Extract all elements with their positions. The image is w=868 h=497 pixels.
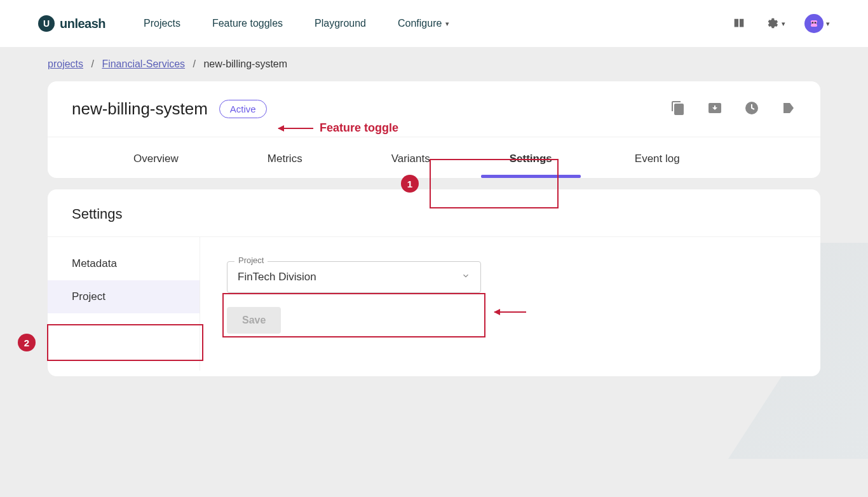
breadcrumb-project[interactable]: Financial-Services — [102, 58, 185, 69]
svg-rect-4 — [817, 22, 818, 24]
breadcrumb-projects[interactable]: projects — [48, 58, 83, 69]
annotation-num-1: 1 — [401, 175, 419, 193]
project-select[interactable]: FinTech Division — [227, 261, 481, 293]
breadcrumb-current: new-billing-system — [203, 58, 287, 69]
tab-overview[interactable]: Overview — [108, 137, 204, 178]
tab-metrics[interactable]: Metrics — [242, 137, 328, 178]
avatar — [804, 14, 824, 33]
svg-rect-3 — [810, 22, 811, 24]
svg-rect-2 — [815, 22, 817, 24]
copy-icon[interactable] — [670, 100, 686, 118]
breadcrumb-separator: / — [91, 58, 93, 69]
nav-feature-toggles[interactable]: Feature toggles — [212, 18, 283, 29]
project-field-label: Project — [234, 255, 268, 265]
chevron-down-icon: ▾ — [445, 20, 449, 28]
status-badge: Active — [219, 100, 267, 118]
project-select-value: FinTech Division — [238, 271, 316, 283]
annotation-arrow-select — [494, 311, 526, 313]
chevron-down-icon — [461, 271, 470, 283]
annotation-box-2 — [47, 324, 203, 361]
feature-header: new-billing-system Active — [48, 81, 820, 137]
feature-title: new-billing-system — [72, 99, 208, 119]
annotation-box-1 — [430, 159, 559, 208]
sidebar-item-project[interactable]: Project — [48, 280, 200, 313]
breadcrumb-separator: / — [193, 58, 196, 69]
annotation-label: Feature toggle — [320, 121, 398, 135]
annotation-num-2: 2 — [18, 334, 36, 351]
logo-text: unleash — [60, 17, 105, 31]
tag-icon[interactable] — [781, 100, 796, 118]
avatar-menu[interactable]: ▾ — [804, 14, 830, 33]
tab-eventlog[interactable]: Event log — [609, 137, 705, 178]
chevron-down-icon: ▾ — [826, 20, 830, 28]
annotation-box-3 — [222, 293, 485, 337]
svg-rect-1 — [812, 22, 814, 24]
chevron-down-icon: ▾ — [782, 20, 785, 28]
header: U unleash Projects Feature toggles Playg… — [0, 0, 868, 47]
clock-icon[interactable] — [744, 100, 759, 118]
docs-icon[interactable] — [732, 17, 746, 31]
nav-configure-label: Configure — [398, 18, 442, 29]
svg-rect-0 — [811, 20, 817, 27]
settings-icon[interactable]: ▾ — [765, 17, 785, 31]
main-nav: Projects Feature toggles Playground Conf… — [144, 18, 449, 29]
project-field-wrap: Project FinTech Division — [227, 261, 481, 293]
sidebar-item-metadata[interactable]: Metadata — [48, 247, 200, 280]
logo-icon: U — [38, 15, 55, 32]
nav-playground[interactable]: Playground — [315, 18, 366, 29]
header-actions: ▾ ▾ — [732, 14, 830, 33]
nav-projects[interactable]: Projects — [144, 18, 180, 29]
archive-icon[interactable] — [707, 100, 722, 118]
nav-configure[interactable]: Configure ▾ — [398, 18, 449, 29]
logo[interactable]: U unleash — [38, 15, 105, 32]
feature-actions — [670, 100, 796, 118]
breadcrumb: projects / Financial-Services / new-bill… — [0, 47, 868, 81]
annotation-feature-toggle: Feature toggle — [278, 121, 398, 135]
